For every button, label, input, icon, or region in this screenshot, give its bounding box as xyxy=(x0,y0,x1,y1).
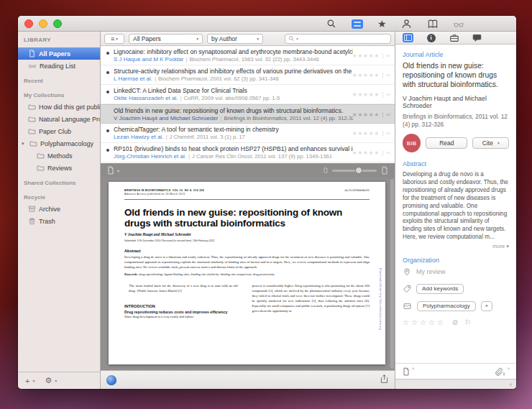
zoom-out-page-icon[interactable] xyxy=(323,167,329,173)
read-glasses-icon[interactable]: ∞ xyxy=(386,52,390,59)
details-body: Journal Article Old friends in new guise… xyxy=(395,45,516,363)
sidebar-collection[interactable]: Paper Club xyxy=(18,125,100,137)
mark-read-circle-icon[interactable]: ⊘ xyxy=(452,318,458,326)
sidebar-collection[interactable]: How did this get published? xyxy=(18,101,100,113)
attachments-button[interactable]: 1 ^ xyxy=(495,367,510,376)
pdf-scrollbar[interactable] xyxy=(390,179,394,369)
zoom-slider[interactable] xyxy=(332,170,377,172)
add-to-collection-button[interactable]: + xyxy=(481,301,492,311)
rating-stars[interactable]: ☆☆☆☆☆ xyxy=(403,318,446,326)
sidebar-collection-polypharmacology[interactable]: ▾ Polypharmacology xyxy=(18,137,100,150)
unread-dot-icon xyxy=(106,129,109,132)
cite-button[interactable]: Cite▾ xyxy=(472,137,509,149)
scope-select[interactable]: All Papers▾ xyxy=(129,34,203,44)
panel-collapse-bar[interactable]: ‹ xyxy=(395,379,516,389)
paper-authors[interactable]: S J Haque and M K Poddar xyxy=(114,56,183,63)
settings-gear-button[interactable]: ⚙ xyxy=(45,376,52,385)
zoom-in-page-icon[interactable] xyxy=(380,166,389,175)
search-input[interactable] xyxy=(300,35,387,42)
sidebar-item-trash[interactable]: Trash xyxy=(18,215,100,227)
tab-activity-tray-icon[interactable] xyxy=(449,33,459,42)
traffic-lights xyxy=(24,19,62,28)
read-glasses-icon[interactable]: ∞ xyxy=(386,91,390,98)
minimize-button[interactable] xyxy=(39,19,47,28)
sidebar-subcollection[interactable]: Reviews xyxy=(18,162,100,174)
rating-stars[interactable]: ★★★★★ xyxy=(352,150,380,156)
zoom-slider-thumb[interactable] xyxy=(355,167,362,174)
share-button[interactable] xyxy=(380,374,389,387)
paper-list-item-selected[interactable]: Old friends in new guise: repositioning … xyxy=(101,104,395,124)
pdf-journal-line: BRIEFINGS IN BIOINFORMATICS. VOL 12. NO … xyxy=(124,189,204,197)
favorites-icon[interactable]: ★ xyxy=(377,19,387,29)
paper-list-item[interactable]: Structure-activity relationships and inh… xyxy=(101,65,395,85)
chevron-down-icon: ▾ xyxy=(497,141,500,145)
list-display-menu-button[interactable]: ≡▾ xyxy=(104,34,124,44)
read-glasses-icon[interactable]: ∞ xyxy=(386,111,390,118)
reading-glasses-icon[interactable] xyxy=(453,18,464,29)
read-glasses-icon[interactable]: ∞ xyxy=(386,72,390,78)
flag-icon[interactable]: ⚐ xyxy=(464,318,471,326)
rating-stars[interactable]: ★★★★★ xyxy=(352,52,380,59)
collapse-chevron-icon: ‹ xyxy=(510,381,512,388)
read-glasses-icon[interactable]: ∞ xyxy=(386,130,390,137)
search-icon xyxy=(288,35,295,42)
detail-abstract: Developing a drug de novo is a laborious… xyxy=(403,171,509,241)
zoom-button[interactable] xyxy=(53,19,62,28)
folder-icon xyxy=(37,164,45,172)
add-keywords-button[interactable]: Add keywords xyxy=(416,284,464,294)
sidebar-item-reading-list[interactable]: Reading List xyxy=(18,60,100,72)
paper-list-item[interactable]: Lignocaine: inhibitory effect on synapto… xyxy=(101,46,395,65)
read-button[interactable]: Read xyxy=(426,137,467,149)
paper-list-item[interactable]: LinkedCT: A Linked Data Space for Clinic… xyxy=(101,85,395,104)
paper-list-item[interactable]: RP101 (brivudine) binds to heat shock pr… xyxy=(101,143,395,162)
sort-select[interactable]: by Author▾ xyxy=(207,34,263,44)
close-button[interactable] xyxy=(24,19,33,28)
library-book-icon[interactable] xyxy=(427,18,439,29)
page-display-menu-button[interactable]: ▾ xyxy=(106,166,119,175)
sidebar-collection[interactable]: Natural Language Proce... xyxy=(18,113,100,125)
paper-list-item[interactable]: ChemicalTagger: A tool for semantic text… xyxy=(101,124,395,143)
my-review-field[interactable]: My review xyxy=(416,268,446,275)
unread-dot-icon xyxy=(106,52,109,55)
tab-notes-bubble-icon[interactable] xyxy=(472,33,482,42)
rating-stars[interactable]: ★★★★★ xyxy=(352,130,380,137)
pdf-viewer[interactable]: BRIEFINGS IN BIOINFORMATICS. VOL 12. NO … xyxy=(101,178,395,370)
paper-authors[interactable]: Jörg-Christian Heinrich et al. xyxy=(114,153,186,160)
supplement-doc-icon[interactable] xyxy=(402,367,411,376)
tab-info-icon[interactable]: i xyxy=(426,33,436,42)
match-status-icon[interactable] xyxy=(106,375,116,385)
rating-stars[interactable]: ★★★★★ xyxy=(352,111,380,118)
organization-heading: Organization xyxy=(403,257,509,264)
item-type-link[interactable]: Journal Article xyxy=(403,51,509,58)
paper-source: Biochem Pharmacol, 2001 vol. 62 (3) pp. … xyxy=(158,75,279,82)
more-link[interactable]: more ▾ xyxy=(403,243,509,249)
folder-icon xyxy=(28,127,36,135)
tab-overview-icon[interactable] xyxy=(403,33,413,42)
paper-authors[interactable]: Lezan Hawizy et al. xyxy=(114,134,163,140)
authors-icon[interactable] xyxy=(401,18,413,29)
add-collection-button[interactable]: + xyxy=(25,377,29,385)
sidebar-item-archive[interactable]: Archive xyxy=(18,203,100,215)
paper-source: J Cancer Res Clin Oncol, 2011 vol. 137 (… xyxy=(192,153,332,160)
paper-authors[interactable]: V Joachim Haupt and Michael Schroeder xyxy=(114,115,218,121)
sidebar-item-all-papers[interactable]: All Papers xyxy=(18,47,100,60)
search-scope-chevron-icon: ▾ xyxy=(296,37,298,41)
detail-authors[interactable]: V Joachim Haupt and Michael Schroeder xyxy=(403,95,509,109)
rating-stars[interactable]: ★★★★★ xyxy=(352,72,380,78)
pdf-right-column: process is considerably higher. Drug rep… xyxy=(252,283,370,319)
collection-chip[interactable]: Polypharmacology xyxy=(417,301,476,311)
library-sidebar: LIBRARY All Papers Reading List Recent M… xyxy=(18,32,101,389)
search-icon[interactable] xyxy=(326,18,337,29)
search-field[interactable]: ▾ xyxy=(285,34,391,44)
disclosure-triangle-icon[interactable]: ▾ xyxy=(22,141,27,147)
paper-authors[interactable]: L Harmse et al. xyxy=(114,75,152,82)
titlebar[interactable]: ★ xyxy=(18,16,516,32)
sidebar-subcollection[interactable]: Methods xyxy=(18,150,100,162)
paper-authors[interactable]: Oktie Hassanzadeh et al. xyxy=(114,95,178,101)
detail-title: Old friends in new guise: repositioning … xyxy=(403,62,509,90)
library-header: LIBRARY xyxy=(18,35,100,47)
rating-stars[interactable]: ★★★★★ xyxy=(352,91,380,98)
read-glasses-icon[interactable]: ∞ xyxy=(386,150,390,156)
paper-source: CoRR, 2009 vol. abs/0908.0567 pp. 1-5 xyxy=(183,95,280,101)
list-view-mode-icon[interactable] xyxy=(352,18,363,29)
